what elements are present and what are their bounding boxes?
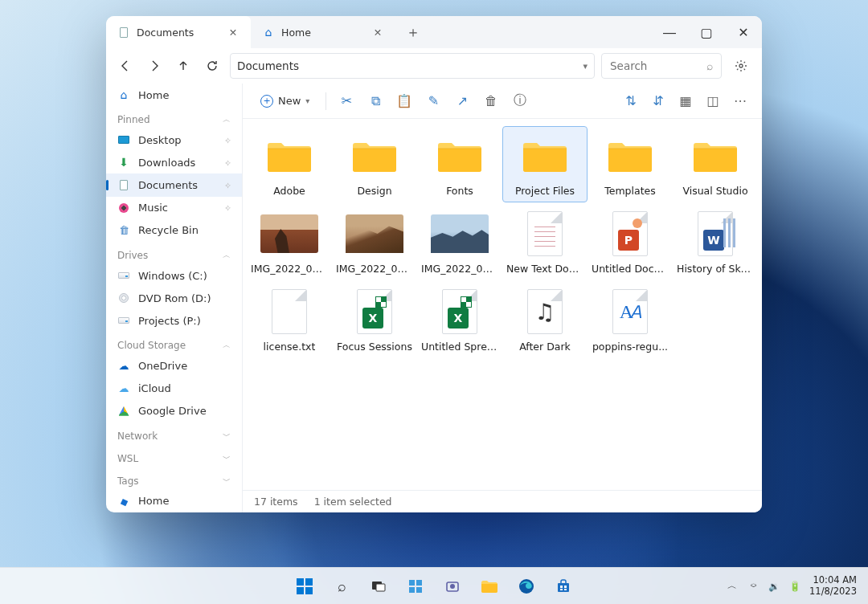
file-item[interactable]: IMG_2022_06... bbox=[248, 205, 331, 280]
close-window-button[interactable]: ✕ bbox=[725, 16, 762, 48]
view-button[interactable]: ⇵ bbox=[646, 89, 670, 113]
properties-button[interactable]: ⓘ bbox=[508, 89, 532, 113]
clock[interactable]: 10:04 AM 11/8/2023 bbox=[809, 575, 857, 598]
battery-icon[interactable]: 🔋 bbox=[788, 580, 801, 593]
pin-icon[interactable]: ⟡ bbox=[225, 202, 231, 213]
search-taskbar-button[interactable]: ⌕ bbox=[326, 570, 358, 602]
tab-home[interactable]: ⌂ Home ✕ bbox=[251, 16, 395, 48]
sidebar-item-google-drive[interactable]: Google Drive bbox=[106, 400, 242, 422]
sidebar-item-onedrive[interactable]: ☁OneDrive bbox=[106, 354, 242, 377]
file-item[interactable]: Fonts bbox=[418, 127, 502, 202]
sidebar-label: Projects (P:) bbox=[138, 315, 201, 327]
file-label: Untitled Spreads... bbox=[421, 341, 498, 353]
forward-button[interactable] bbox=[143, 55, 166, 77]
store-button[interactable] bbox=[547, 570, 579, 602]
settings-button[interactable] bbox=[728, 53, 754, 79]
address-bar[interactable]: Documents ▾ bbox=[230, 53, 595, 79]
file-item[interactable]: New Text Doc... bbox=[503, 205, 587, 280]
file-item[interactable]: WHistory of Skate... bbox=[674, 205, 757, 280]
file-item[interactable]: Project Files bbox=[503, 127, 587, 202]
task-view-button[interactable] bbox=[362, 570, 395, 602]
refresh-button[interactable] bbox=[201, 55, 223, 77]
sidebar-section-wsl[interactable]: WSL﹀ bbox=[106, 445, 242, 467]
details-pane-button[interactable]: ◫ bbox=[701, 89, 725, 113]
file-item[interactable]: XFocus Sessions bbox=[333, 283, 416, 357]
file-item[interactable]: Design bbox=[333, 127, 416, 202]
sidebar-item-recycle-bin[interactable]: 🗑Recycle Bin bbox=[106, 219, 242, 242]
pin-icon[interactable]: ⟡ bbox=[225, 157, 231, 168]
file-item[interactable]: ♫After Dark bbox=[503, 283, 587, 357]
sort-button[interactable]: ⇅ bbox=[619, 89, 643, 113]
tab-close-icon[interactable]: ✕ bbox=[227, 26, 240, 39]
file-label: IMG_2022_06... bbox=[251, 263, 328, 275]
file-item[interactable]: XUntitled Spreads... bbox=[418, 283, 502, 357]
pin-icon[interactable]: ⟡ bbox=[225, 180, 231, 190]
layout-button[interactable]: ▦ bbox=[674, 89, 698, 113]
chevron-down-icon[interactable]: ▾ bbox=[583, 61, 588, 71]
search-input[interactable] bbox=[610, 59, 700, 72]
icloud-icon: ☁ bbox=[117, 382, 130, 395]
cut-button[interactable]: ✂ bbox=[334, 89, 358, 113]
sidebar-item-music[interactable]: Music⟡ bbox=[106, 197, 242, 219]
minimize-button[interactable]: ― bbox=[651, 16, 688, 48]
home-icon: ⌂ bbox=[117, 88, 130, 101]
file-label: Focus Sessions bbox=[337, 341, 412, 353]
svg-rect-15 bbox=[560, 586, 563, 588]
maximize-button[interactable]: ▢ bbox=[688, 16, 725, 48]
sidebar-item-drive-d[interactable]: DVD Rom (D:) bbox=[106, 287, 242, 309]
sidebar-label: DVD Rom (D:) bbox=[138, 292, 211, 304]
wifi-icon[interactable]: ⌔ bbox=[747, 580, 760, 593]
chevron-up-icon[interactable]: ︿ bbox=[726, 580, 739, 593]
sidebar-label: OneDrive bbox=[138, 360, 187, 372]
sidebar-item-drive-c[interactable]: Windows (C:) bbox=[106, 264, 242, 287]
more-button[interactable]: ⋯ bbox=[728, 89, 752, 113]
file-item[interactable]: Adobe bbox=[248, 127, 331, 202]
sidebar-section-cloud[interactable]: Cloud Storage︿ bbox=[106, 332, 242, 354]
sidebar-home[interactable]: ⌂ Home bbox=[106, 84, 242, 106]
tab-close-icon[interactable]: ✕ bbox=[371, 26, 384, 39]
search-box[interactable]: ⌕ bbox=[601, 53, 722, 79]
sidebar-item-desktop[interactable]: Desktop⟡ bbox=[106, 129, 242, 151]
file-grid[interactable]: AdobeDesignFontsProject FilesTemplatesVi… bbox=[243, 119, 762, 490]
file-item[interactable]: Visual Studio bbox=[674, 127, 757, 202]
sidebar-section-tags[interactable]: Tags﹀ bbox=[106, 467, 242, 490]
chevron-down-icon: ﹀ bbox=[223, 475, 231, 487]
file-item[interactable]: Templates bbox=[588, 127, 672, 202]
file-item[interactable]: PUntitled Docum... bbox=[588, 205, 672, 280]
up-button[interactable] bbox=[172, 55, 194, 77]
sidebar-item-downloads[interactable]: ⬇Downloads⟡ bbox=[106, 151, 242, 173]
pin-icon[interactable]: ⟡ bbox=[225, 135, 231, 145]
back-button[interactable] bbox=[114, 55, 137, 77]
widgets-button[interactable] bbox=[399, 570, 432, 602]
file-item[interactable]: A𝘈poppins-regu... bbox=[588, 283, 672, 357]
sidebar-section-pinned[interactable]: Pinned ︿ bbox=[106, 106, 242, 129]
tab-documents[interactable]: Documents ✕ bbox=[106, 16, 251, 48]
svg-point-0 bbox=[739, 64, 743, 67]
paste-button[interactable]: 📋 bbox=[392, 89, 416, 113]
rename-button[interactable]: ✎ bbox=[421, 89, 445, 113]
file-item[interactable]: IMG_2022_06... bbox=[418, 205, 502, 280]
new-tab-button[interactable]: ＋ bbox=[400, 19, 426, 45]
svg-rect-4 bbox=[305, 587, 313, 594]
file-item[interactable]: IMG_2022_06... bbox=[333, 205, 416, 280]
sidebar-section-drives[interactable]: Drives︿ bbox=[106, 242, 242, 264]
delete-button[interactable]: 🗑 bbox=[479, 89, 503, 113]
file-item[interactable]: license.txt bbox=[248, 283, 331, 357]
share-button[interactable]: ↗ bbox=[450, 89, 474, 113]
system-tray[interactable]: ︿ ⌔ 🔉 🔋 10:04 AM 11/8/2023 bbox=[714, 575, 868, 598]
teams-button[interactable] bbox=[436, 570, 469, 602]
sidebar-item-icloud[interactable]: ☁iCloud bbox=[106, 378, 242, 400]
chevron-up-icon: ︿ bbox=[223, 340, 231, 351]
file-explorer-taskbar[interactable] bbox=[473, 570, 506, 602]
sidebar-tag-home[interactable]: ◆Home bbox=[106, 490, 242, 512]
copy-button[interactable]: ⧉ bbox=[363, 89, 387, 113]
sidebar-section-network[interactable]: Network﹀ bbox=[106, 422, 242, 445]
start-button[interactable] bbox=[289, 570, 321, 602]
svg-point-12 bbox=[450, 584, 455, 589]
file-label: Project Files bbox=[515, 185, 575, 197]
sidebar-item-documents[interactable]: Documents⟡ bbox=[106, 173, 242, 196]
new-button[interactable]: + New ▾ bbox=[252, 89, 317, 113]
edge-button[interactable] bbox=[510, 570, 542, 602]
volume-icon[interactable]: 🔉 bbox=[768, 580, 780, 593]
sidebar-item-drive-p[interactable]: Projects (P:) bbox=[106, 309, 242, 332]
